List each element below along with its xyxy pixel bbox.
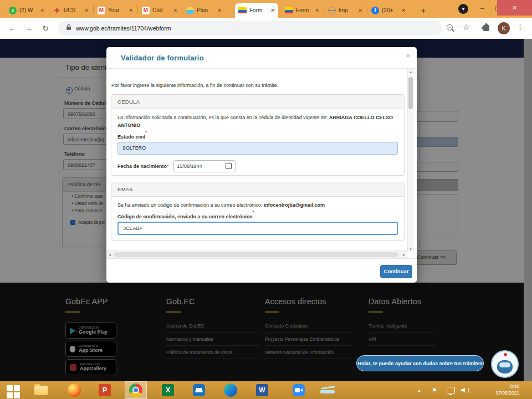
tray-chevron-icon[interactable]: ▲ [417, 381, 421, 399]
clock-date: 07/05/2021 [495, 390, 519, 396]
tab-close-icon[interactable]: ✕ [315, 8, 319, 13]
scroll-down-icon[interactable]: ▼ [409, 248, 412, 251]
scan-app-icon[interactable] [193, 383, 206, 397]
word-icon[interactable]: W [256, 383, 269, 397]
tab-close-icon[interactable]: ✕ [40, 8, 44, 13]
cedula-info-text: La información solicitada a continuación… [117, 114, 398, 130]
speaker-icon[interactable]: ) [461, 381, 469, 399]
zoom-out-icon[interactable]: – [447, 24, 453, 30]
facebook-icon: f [371, 7, 379, 14]
close-window-button[interactable]: ✕ [497, 0, 532, 16]
network-icon[interactable] [447, 381, 455, 399]
estado-civil-input[interactable]: SOLTERO [117, 142, 398, 155]
speaker-wave: ) [468, 387, 469, 393]
address-bar[interactable]: www.gob.ec/tramites/11704/webform [58, 21, 442, 35]
profile-avatar[interactable]: K [498, 22, 510, 34]
scanner-icon[interactable] [320, 383, 337, 397]
media-controls-button[interactable]: ▼ [458, 4, 468, 14]
tab-close-icon[interactable]: ✕ [84, 8, 89, 13]
email-fieldset-body: Se ha enviado un código de confirmación … [111, 202, 404, 235]
tab-form-2[interactable]: Form ✕ [282, 3, 323, 18]
tab-close-icon[interactable]: ✕ [173, 8, 177, 13]
info-prefix: Se ha enviado un código de confirmación … [117, 202, 264, 208]
reload-icon[interactable]: ↻ [39, 18, 52, 39]
flag-glyph: ⚑ [432, 387, 437, 394]
forward-icon[interactable]: → [22, 18, 35, 39]
tab-close-icon[interactable]: ✕ [358, 8, 362, 13]
taskbar-clock[interactable]: 8:40 07/05/2021 [495, 383, 519, 397]
firefox-icon[interactable] [68, 383, 81, 397]
tab-ucsg[interactable]: ✛ UCS ✕ [50, 3, 92, 18]
powerpoint-icon[interactable]: P [99, 383, 112, 397]
tab-label: Cód [152, 7, 162, 13]
tab-label: Imp [339, 7, 348, 13]
whatsapp-icon: 2 [9, 7, 17, 14]
calendar-icon[interactable] [226, 163, 232, 169]
required-mark: * [167, 163, 169, 169]
edge-icon[interactable] [224, 383, 237, 397]
ecuador-flag-icon [285, 7, 293, 13]
scroll-left-icon[interactable]: ◄ [108, 253, 111, 257]
ecuador-flag-icon [238, 7, 247, 13]
tab-gmail-1[interactable]: M Your ✕ [94, 3, 136, 18]
codigo-confirmacion-input[interactable]: 3CEABF [117, 222, 398, 235]
horizontal-scroll-thumb[interactable] [114, 252, 398, 257]
tab-close-icon[interactable]: ✕ [129, 8, 133, 13]
tab-form-active[interactable]: Form ✕ [235, 3, 278, 18]
browser-tab-strip: 2 (2) W ✕ ✛ UCS ✕ M Your ✕ M Cód ✕ Plan … [0, 0, 532, 18]
modal-vertical-scrollbar[interactable]: ▲ ▼ [407, 69, 414, 252]
fecha-nacimiento-input[interactable]: 15/08/1944 [173, 160, 236, 172]
tab-label: Form [249, 7, 262, 13]
zoom-app-icon[interactable] [293, 383, 306, 397]
email-fieldset: EMAIL Se ha enviado un código de confirm… [111, 182, 405, 241]
validator-modal: Validador de formulario × Por favor ingr… [106, 47, 417, 283]
url-text[interactable]: www.gob.ec/tramites/11704/webform [76, 25, 171, 32]
scroll-right-icon[interactable]: ► [402, 253, 406, 257]
tab-imp[interactable]: Imp ✕ [325, 3, 366, 18]
tab-label: Plan [197, 7, 208, 13]
tab-close-icon[interactable]: ✕ [401, 8, 406, 13]
tab-separator [182, 5, 182, 14]
browser-menu-icon[interactable]: ⋮ [516, 23, 524, 31]
excel-icon[interactable]: X [162, 383, 175, 397]
info-prefix: La información solicitada a continuación… [117, 115, 329, 120]
tab-label: (2) W [19, 7, 33, 13]
modal-close-icon[interactable]: × [406, 52, 410, 60]
gmail-icon: M [98, 7, 105, 14]
modal-title: Validador de formulario [121, 54, 204, 62]
modal-horizontal-scrollbar[interactable]: ◄ ► [106, 250, 407, 259]
file-explorer-icon[interactable] [34, 383, 48, 397]
tab-gmail-2[interactable]: M Cód ✕ [139, 3, 181, 18]
cedula-fieldset-header: CEDULA [111, 95, 404, 109]
windows-taskbar: P X W ▲ ⚑ ✕ ) 8:40 07/05/2021 [0, 381, 532, 399]
robot-visor [499, 362, 510, 367]
tab-close-icon[interactable]: ✕ [217, 8, 222, 13]
fecha-label-text: Fecha de nacimiento [117, 163, 167, 169]
back-icon[interactable]: ← [6, 18, 19, 39]
bookmark-star-icon[interactable]: ☆ [463, 23, 470, 32]
new-tab-button[interactable]: + [417, 3, 430, 17]
tab-close-icon[interactable]: ✕ [270, 8, 275, 13]
chatbot-message-bubble[interactable]: Hola!, te puedo ayudar con dudas sobre t… [356, 355, 484, 371]
chrome-icon[interactable] [129, 383, 142, 397]
cedula-fieldset: CEDULA La información solicitada a conti… [111, 94, 405, 176]
tab-separator [49, 5, 49, 14]
screen: 2 (2) W ✕ ✛ UCS ✕ M Your ✕ M Cód ✕ Plan … [0, 0, 532, 399]
speaker-glyph [461, 387, 467, 393]
start-button[interactable] [7, 385, 20, 398]
tab-label: UCS [64, 7, 75, 13]
required-mark: * [145, 130, 147, 135]
estado-civil-row: Estado civil* [111, 130, 404, 140]
extensions-icon[interactable] [483, 25, 489, 31]
scroll-up-icon[interactable]: ▲ [409, 70, 412, 74]
browser-toolbar: ← → ↻ www.gob.ec/tramites/11704/webform … [0, 18, 532, 39]
tab-whatsapp[interactable]: 2 (2) W ✕ [6, 3, 48, 18]
continuar-button[interactable]: Continuar [380, 265, 412, 278]
tab-planner[interactable]: Plan ✕ [183, 3, 225, 18]
tab-facebook[interactable]: f (20+ ✕ [368, 3, 409, 18]
vertical-scroll-thumb[interactable] [408, 77, 413, 109]
email-fieldset-header: EMAIL [111, 182, 404, 197]
minimize-button[interactable]: – [474, 0, 490, 16]
chatbot-robot-avatar[interactable] [491, 350, 519, 378]
tab-separator [324, 5, 324, 14]
